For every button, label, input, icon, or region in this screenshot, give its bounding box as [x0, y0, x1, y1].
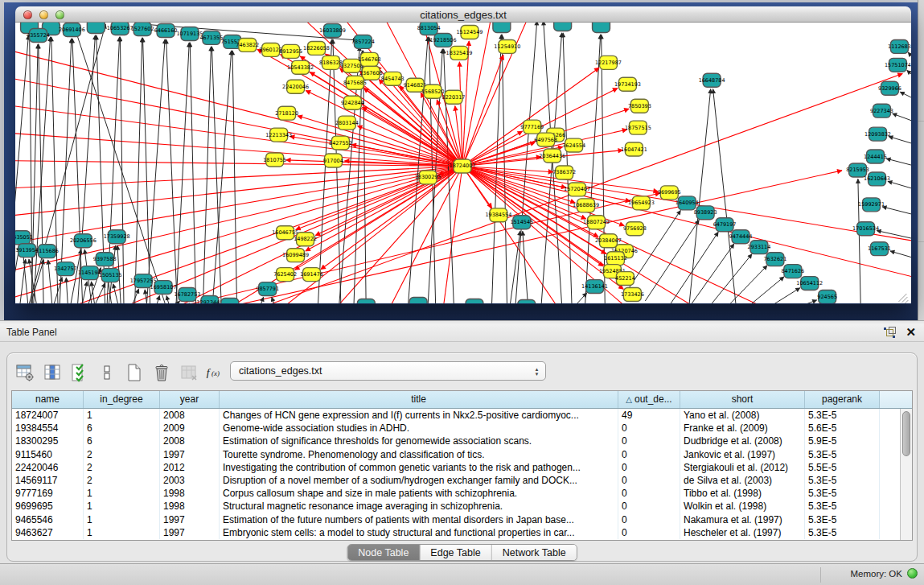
network-node[interactable]: 17359928 — [104, 230, 130, 244]
table-row[interactable]: 977716911998Corpus callosum shape and si… — [12, 487, 900, 500]
new-table-icon[interactable] — [123, 362, 145, 384]
network-node[interactable]: 10719135 — [177, 27, 203, 40]
network-node[interactable]: 9242844 — [341, 96, 364, 109]
network-node[interactable]: 3624554 — [562, 138, 585, 152]
network-node[interactable]: 4355724 — [27, 28, 50, 42]
network-node[interactable]: 8220317 — [442, 90, 466, 104]
delete-rows-icon[interactable] — [150, 362, 172, 384]
table-row[interactable]: 946362711997Embryonic stem cells: a mode… — [12, 526, 900, 539]
network-node[interactable] — [466, 299, 483, 303]
network-node[interactable]: 4671355 — [199, 31, 223, 44]
network-node[interactable]: 9474444 — [729, 230, 753, 244]
table-row[interactable]: 1938455462009Genome-wide association stu… — [12, 422, 900, 435]
memory-indicator[interactable]: Memory: OK — [850, 568, 918, 579]
network-node[interactable]: 15992971 — [858, 198, 885, 212]
network-node[interactable]: 1733426 — [621, 288, 644, 302]
table-row[interactable]: 1872400712008Changes of HCN gene express… — [12, 409, 900, 422]
select-columns-icon[interactable] — [68, 362, 90, 384]
close-panel-icon[interactable]: ✕ — [906, 326, 916, 339]
network-node[interactable]: 18757515 — [625, 121, 651, 134]
network-node[interactable]: 9756928 — [623, 222, 647, 236]
network-node[interactable]: 12093832 — [864, 127, 891, 141]
network-node[interactable]: 10653267 — [107, 23, 133, 35]
column-header-in_degree[interactable]: in_degree — [84, 391, 160, 408]
network-node[interactable]: 7632621 — [763, 253, 786, 266]
table-row[interactable]: 969969511998Structural magnetic resonanc… — [12, 500, 900, 513]
tab-edge-table[interactable]: Edge Table — [420, 545, 491, 560]
network-node[interactable]: 18226058 — [303, 41, 330, 55]
network-node[interactable]: 1167531 — [868, 242, 891, 256]
network-node[interactable]: 2933114 — [748, 241, 771, 254]
network-node[interactable]: 16210643 — [864, 172, 890, 186]
table-row[interactable]: 946554611997Estimation of the future num… — [12, 513, 900, 526]
network-node[interactable] — [357, 299, 375, 303]
network-node[interactable]: 11254910 — [494, 39, 520, 53]
network-node[interactable]: 8471626 — [781, 265, 804, 278]
tab-network-table[interactable]: Network Table — [492, 545, 577, 560]
table-row[interactable]: 911546021997Tourette syndrome. Phenomeno… — [12, 448, 900, 461]
network-node[interactable]: 1691476 — [300, 268, 323, 282]
network-node[interactable]: 9777169 — [520, 120, 544, 134]
network-node[interactable]: 8186328 — [319, 56, 343, 69]
network-node[interactable]: 452214 — [615, 272, 635, 286]
network-node[interactable]: 1115686 — [35, 245, 59, 258]
network-node[interactable]: 1810755 — [263, 153, 286, 167]
window-resize-grip[interactable] — [898, 294, 908, 303]
network-node[interactable]: 7625402 — [273, 268, 297, 282]
column-header-title[interactable]: title — [220, 391, 618, 408]
network-node[interactable]: 16099489 — [282, 249, 309, 262]
network-node[interactable]: 12213343 — [265, 128, 292, 142]
network-node[interactable]: 15124549 — [457, 25, 483, 39]
network-node[interactable]: 19384554 — [485, 208, 511, 222]
network-node[interactable]: 15751074 — [885, 58, 911, 72]
row-height-icon[interactable] — [96, 362, 117, 384]
network-node[interactable]: 8427552 — [329, 136, 352, 150]
function-builder-icon[interactable]: f (x) — [205, 362, 227, 384]
column-header-name[interactable]: name — [12, 391, 84, 408]
network-node[interactable]: 7463822 — [236, 38, 259, 51]
tab-node-table[interactable]: Node Table — [347, 545, 420, 560]
network-node[interactable]: 6497568 — [534, 133, 557, 146]
network-node[interactable]: 7386372 — [552, 166, 576, 179]
network-node[interactable]: 8215953 — [846, 163, 869, 177]
network-node[interactable]: 2803144 — [335, 116, 359, 130]
network-node[interactable]: 22420046 — [282, 80, 309, 93]
network-node[interactable]: 20691406 — [59, 23, 85, 36]
delete-table-icon[interactable] — [178, 362, 199, 384]
table-selector-dropdown[interactable]: citations_edges.txt ▲▼ — [230, 361, 546, 381]
table-row[interactable]: 2242004622012Investigating the contribut… — [12, 461, 900, 474]
network-node[interactable]: 1527602 — [131, 23, 154, 35]
network-node[interactable]: 1505135 — [99, 269, 122, 282]
table-settings-icon[interactable] — [14, 362, 35, 384]
float-panel-icon[interactable] — [884, 327, 896, 338]
network-node[interactable] — [493, 23, 511, 32]
network-node[interactable]: 1568520 — [421, 84, 445, 98]
network-node[interactable]: 7857224 — [351, 35, 375, 48]
window-titlebar[interactable]: citations_edges.txt — [15, 6, 911, 23]
network-node[interactable] — [518, 300, 536, 303]
network-node[interactable]: 16047421 — [621, 142, 647, 156]
column-header-short[interactable]: short — [680, 391, 805, 408]
column-header-year[interactable]: year — [160, 391, 220, 408]
network-node[interactable]: 16033809 — [319, 23, 346, 37]
network-node[interactable]: 924565 — [817, 290, 837, 303]
scrollbar-thumb[interactable] — [902, 411, 910, 456]
network-node[interactable]: 1498222 — [294, 233, 317, 246]
column-header-out_de[interactable]: △out_de... — [618, 391, 680, 408]
network-node[interactable] — [409, 298, 427, 303]
show-column-icon[interactable] — [41, 362, 63, 384]
network-node[interactable]: 2718120 — [275, 106, 298, 120]
column-header-pagerank[interactable]: pagerank — [805, 391, 880, 408]
network-node[interactable]: 17016534 — [852, 222, 879, 236]
network-canvas[interactable]: 2069140643557241065326715276026466160107… — [15, 23, 911, 303]
network-node[interactable]: 1615132 — [604, 252, 627, 266]
network-node[interactable]: 6466160 — [154, 23, 178, 37]
table-row[interactable]: 1456911722003Disruption of a novel membe… — [12, 474, 900, 487]
network-node[interactable]: 1244415 — [864, 150, 887, 163]
network-node[interactable]: 16648784 — [699, 73, 725, 87]
vertical-scrollbar[interactable] — [900, 409, 912, 540]
network-node[interactable]: 19734193 — [614, 77, 641, 91]
network-node[interactable]: 9227343 — [870, 104, 893, 117]
network-node[interactable]: 9857791 — [256, 282, 279, 296]
network-node[interactable]: 14136141 — [581, 280, 608, 294]
